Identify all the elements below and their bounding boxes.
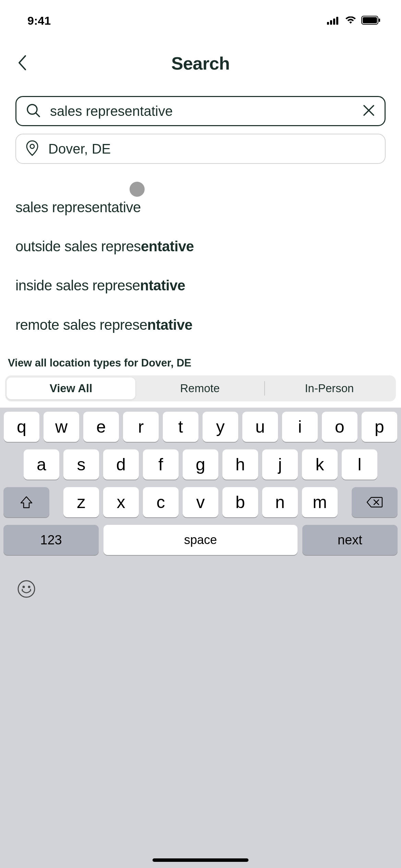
svg-rect-2: [333, 19, 335, 25]
key-o[interactable]: o: [322, 412, 357, 442]
key-v[interactable]: v: [183, 487, 218, 517]
suggestion-item[interactable]: remote sales representative: [15, 306, 386, 345]
suggestion-match: ntative: [140, 277, 185, 293]
suggestion-text: outside sales repres: [15, 238, 141, 254]
suggestion-text: sales representative: [15, 199, 141, 215]
svg-rect-6: [379, 19, 380, 22]
suggestion-item[interactable]: inside sales representative: [15, 267, 386, 306]
keyboard-row-2: a s d f g h j k l: [0, 449, 401, 480]
svg-point-11: [30, 144, 34, 148]
key-a[interactable]: a: [24, 449, 59, 480]
keyboard-row-1: q w e r t y u i o p: [0, 412, 401, 442]
key-e[interactable]: e: [83, 412, 119, 442]
key-w[interactable]: w: [44, 412, 79, 442]
segment-view-all[interactable]: View All: [7, 377, 135, 399]
suggestion-item[interactable]: sales representative: [15, 189, 386, 228]
key-space[interactable]: space: [104, 525, 297, 555]
svg-line-8: [36, 113, 39, 117]
search-icon: [26, 103, 40, 119]
key-f[interactable]: f: [143, 449, 179, 480]
keyboard-row-3: z x c v b n m: [0, 487, 401, 517]
suggestion-text: remote sales represe: [15, 317, 147, 333]
key-b[interactable]: b: [222, 487, 258, 517]
clear-icon[interactable]: [363, 104, 375, 118]
wifi-icon: [345, 14, 356, 27]
location-pin-icon: [26, 140, 39, 157]
segment-in-person[interactable]: In-Person: [265, 377, 394, 399]
software-keyboard: View all location types for Dover, DE Vi…: [0, 352, 401, 868]
key-u[interactable]: u: [242, 412, 278, 442]
key-z[interactable]: z: [63, 487, 99, 517]
search-location-field[interactable]: [15, 134, 386, 164]
key-next[interactable]: next: [302, 525, 398, 555]
home-indicator[interactable]: [153, 858, 248, 862]
page-header: Search: [0, 41, 401, 86]
suggestion-match: ntative: [147, 317, 193, 333]
key-t[interactable]: t: [163, 412, 198, 442]
suggestion-text: inside sales represe: [15, 277, 140, 293]
location-type-filter: View all location types for Dover, DE Vi…: [0, 352, 401, 408]
svg-rect-3: [336, 17, 338, 25]
key-r[interactable]: r: [123, 412, 159, 442]
svg-rect-5: [363, 17, 377, 23]
key-numbers[interactable]: 123: [3, 525, 99, 555]
svg-point-14: [18, 581, 35, 597]
location-filter-segmented: View All Remote In-Person: [5, 375, 396, 401]
svg-rect-0: [327, 22, 329, 25]
key-l[interactable]: l: [342, 449, 377, 480]
key-m[interactable]: m: [302, 487, 338, 517]
search-form: [0, 86, 401, 164]
back-button[interactable]: [17, 55, 27, 72]
key-n[interactable]: n: [262, 487, 298, 517]
location-filter-heading: View all location types for Dover, DE: [8, 357, 396, 369]
keyboard-row-4: 123 space next: [0, 525, 401, 555]
keyboard-bottom-bar: [0, 563, 401, 600]
key-i[interactable]: i: [282, 412, 318, 442]
suggestion-match: entative: [141, 238, 194, 254]
key-k[interactable]: k: [302, 449, 338, 480]
key-q[interactable]: q: [4, 412, 39, 442]
key-shift[interactable]: [3, 487, 49, 517]
segment-remote[interactable]: Remote: [135, 377, 264, 399]
battery-icon: [361, 14, 380, 27]
key-h[interactable]: h: [222, 449, 258, 480]
key-s[interactable]: s: [63, 449, 99, 480]
key-j[interactable]: j: [262, 449, 298, 480]
search-query-field[interactable]: [15, 96, 386, 126]
key-x[interactable]: x: [103, 487, 139, 517]
status-icons: [327, 14, 380, 27]
key-g[interactable]: g: [183, 449, 218, 480]
key-d[interactable]: d: [103, 449, 139, 480]
key-y[interactable]: y: [203, 412, 238, 442]
shift-icon: [20, 495, 33, 509]
svg-point-16: [28, 586, 31, 588]
backspace-icon: [366, 496, 383, 508]
emoji-icon[interactable]: [17, 580, 36, 600]
status-bar: 9:41: [0, 0, 401, 41]
status-time: 9:41: [27, 14, 51, 27]
page-title: Search: [171, 53, 230, 74]
touch-indicator: [130, 182, 145, 197]
key-p[interactable]: p: [362, 412, 397, 442]
svg-rect-1: [330, 20, 332, 25]
svg-point-15: [23, 586, 25, 588]
search-location-input[interactable]: [48, 141, 375, 157]
search-query-input[interactable]: [50, 104, 353, 119]
key-backspace[interactable]: [352, 487, 398, 517]
cellular-icon: [327, 14, 340, 27]
suggestion-item[interactable]: outside sales representative: [15, 228, 386, 267]
key-c[interactable]: c: [143, 487, 179, 517]
